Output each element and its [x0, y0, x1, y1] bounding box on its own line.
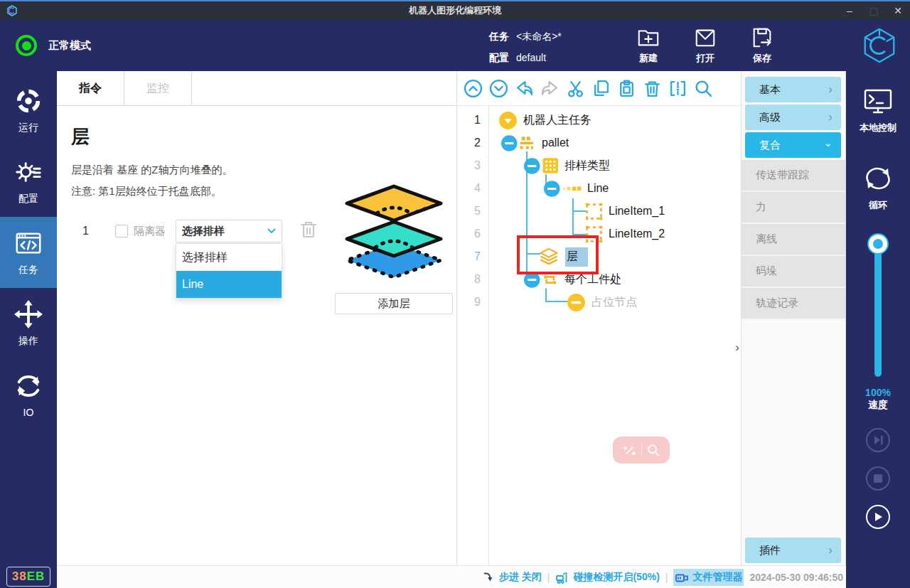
instruction-panel: 指令 监控 层 层是沿着 基座 的Z轴方向堆叠的。 注意: 第1层始终位于托盘底… — [57, 71, 457, 565]
pattern-select[interactable]: 选择排样 — [176, 220, 282, 242]
tree-row[interactable]: 8 每个工件处 — [457, 268, 741, 291]
config-value: default — [516, 48, 546, 67]
sidebar-item-config[interactable]: 配置 — [0, 146, 57, 217]
tree-row[interactable]: 2 pallet — [457, 132, 741, 154]
redo-icon[interactable] — [540, 79, 560, 98]
tab-monitor[interactable]: 监控 — [124, 71, 192, 105]
step-mode-status[interactable]: 步进 关闭 — [483, 571, 542, 584]
category-basic[interactable]: 基本 — [745, 77, 841, 102]
move-up-icon[interactable] — [464, 79, 483, 98]
play-button[interactable] — [866, 505, 890, 529]
delete-layer-icon[interactable] — [298, 219, 319, 243]
tab-instruction[interactable]: 指令 — [57, 71, 124, 105]
collapse-insert-icon[interactable] — [668, 79, 687, 98]
category-advanced[interactable]: 高级 — [745, 105, 841, 130]
play-icon — [874, 512, 883, 522]
speed-readout: 100% 速度 — [865, 387, 891, 411]
sidebar-footer — [846, 565, 910, 588]
slider-track[interactable] — [874, 242, 882, 377]
clock: 2024-05-30 09:46:50 — [749, 572, 843, 583]
tree-node-label: 占位节点 — [592, 295, 637, 310]
task-tree-panel: 1 机器人主任务 2 pallet — [457, 71, 742, 565]
sidebar-item-task[interactable]: 任务 — [0, 217, 57, 288]
tree-node-icon — [542, 179, 582, 198]
tree-row[interactable]: 3 排样类型 — [457, 154, 741, 177]
badge-zone: 38EB — [0, 565, 57, 588]
paste-icon[interactable] — [617, 79, 636, 98]
search-icon[interactable] — [646, 443, 660, 457]
new-button[interactable]: 新建 — [620, 26, 677, 65]
category-composite[interactable]: 复合 — [745, 132, 841, 158]
tree-node-label: pallet — [542, 137, 569, 149]
tree-node-label: 排样类型 — [564, 159, 610, 173]
tree-node-icon — [500, 134, 536, 153]
collision-detection-status[interactable]: 碰撞检测开启(50%) — [555, 570, 659, 584]
sidebar-item-io[interactable]: IO — [0, 359, 57, 430]
quick-actions-pill[interactable] — [613, 437, 670, 464]
stop-icon — [874, 474, 882, 483]
save-button[interactable]: 保存 — [734, 26, 791, 65]
tree-row-number: 2 — [457, 137, 488, 149]
collision-icon — [555, 570, 569, 584]
tree-node-label: LineItem_1 — [609, 205, 665, 218]
sidebar-item-operate[interactable]: 操作 — [0, 288, 57, 359]
layers-illustration — [333, 182, 455, 283]
chevron-down-icon — [267, 228, 276, 234]
dropdown-option[interactable]: 选择排样 — [176, 244, 282, 271]
tree-row[interactable]: 6 LineItem_2 — [457, 223, 741, 245]
copy-icon[interactable] — [592, 79, 611, 98]
mode-indicator: 正常模式 — [16, 20, 91, 71]
delete-icon[interactable] — [643, 79, 662, 98]
tree-row[interactable]: 4 Line — [457, 177, 741, 200]
speed-slider[interactable] — [869, 235, 887, 377]
minimize-button[interactable]: – — [837, 2, 862, 19]
slider-thumb[interactable] — [869, 235, 887, 253]
separator-label: 隔离器 — [134, 225, 166, 238]
tree-row-number: 3 — [457, 159, 488, 172]
loop-button[interactable]: 循环 — [862, 164, 894, 212]
tree-row[interactable]: 5 LineItem_1 — [457, 200, 741, 223]
undo-icon[interactable] — [515, 79, 534, 98]
titlebar: 机器人图形化编程环境 – ▢ ✕ — [0, 0, 910, 20]
close-button[interactable]: ✕ — [886, 2, 910, 19]
magic-wand-icon[interactable] — [623, 443, 637, 457]
dropdown-option[interactable]: Line — [176, 271, 282, 298]
status-bar: 38EB 步进 关闭 | 碰撞检测开启(50%) | 文件管理器 2024-05… — [0, 565, 910, 588]
tree-node-label: 机器人主任务 — [523, 113, 592, 128]
category-conveyor-tracking[interactable]: 传送带跟踪 — [742, 160, 845, 192]
command-categories-panel: 基本 高级 复合 传送带跟踪 力 — [742, 71, 846, 565]
cut-icon[interactable] — [566, 79, 585, 98]
move-down-icon[interactable] — [489, 79, 508, 98]
file-manager-button[interactable]: 文件管理器 — [673, 569, 744, 586]
tree-row-number: 9 — [457, 296, 488, 309]
local-control-button[interactable]: 本地控制 — [860, 88, 896, 134]
search-icon[interactable] — [694, 79, 713, 98]
tree-node-icon — [585, 202, 603, 221]
tree-toolbar — [457, 71, 741, 106]
tree-row[interactable]: 9 占位节点 — [457, 291, 741, 314]
divider — [641, 444, 642, 456]
config-label: 配置 — [489, 48, 509, 67]
open-button[interactable]: 打开 — [677, 26, 734, 65]
panel-tabs: 指令 监控 — [57, 71, 456, 106]
category-plugin[interactable]: 插件 — [745, 538, 841, 563]
task-value: <未命名>* — [516, 27, 562, 46]
mode-status-icon — [16, 35, 37, 56]
category-force[interactable]: 力 — [742, 192, 845, 224]
tree-node-label: LineItem_2 — [609, 228, 665, 240]
tree-row[interactable]: 1 机器人主任务 — [457, 109, 741, 132]
stop-button[interactable] — [866, 466, 890, 491]
separator-checkbox[interactable] — [115, 225, 128, 237]
category-palletizing[interactable]: 码垛 — [742, 256, 845, 288]
tree-node-icon — [567, 293, 586, 312]
step-forward-button[interactable] — [866, 428, 890, 452]
layer-index: 1 — [82, 225, 97, 237]
category-trajectory-record[interactable]: 轨迹记录 — [742, 288, 845, 320]
right-sidebar: 本地控制 循环 100% 速度 — [846, 71, 910, 565]
panel-expand-handle[interactable]: › — [735, 341, 739, 355]
maximize-button[interactable]: ▢ — [862, 2, 886, 19]
sidebar-item-run[interactable]: 运行 — [0, 75, 57, 146]
add-layer-button[interactable]: 添加层 — [335, 293, 453, 314]
category-offline[interactable]: 离线 — [742, 224, 845, 256]
tree-row[interactable]: 7 层 — [457, 245, 741, 268]
